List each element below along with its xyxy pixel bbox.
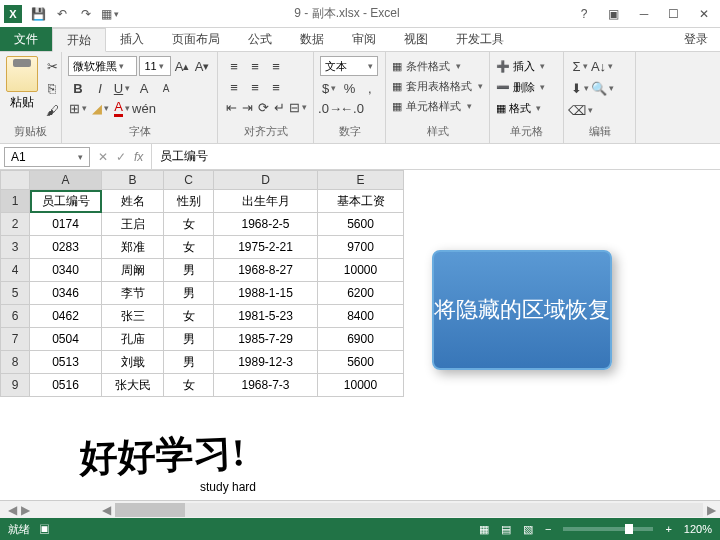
- format-as-table-button[interactable]: ▦ 套用表格格式▾: [392, 76, 483, 96]
- cell[interactable]: 10000: [318, 374, 404, 397]
- worksheet[interactable]: A B C D E 1员工编号姓名性别出生年月基本工资20174王启女1968-…: [0, 170, 720, 470]
- decrease-font-icon[interactable]: A▾: [193, 56, 211, 76]
- row-header[interactable]: 9: [0, 374, 30, 397]
- sheet-nav-prev-icon[interactable]: ◀: [8, 503, 17, 517]
- qat-customize-icon[interactable]: ▦▾: [102, 6, 118, 22]
- cell[interactable]: 张三: [102, 305, 164, 328]
- ribbon-options-icon[interactable]: ▣: [606, 6, 622, 22]
- cell[interactable]: 1968-2-5: [214, 213, 318, 236]
- tab-layout[interactable]: 页面布局: [158, 27, 234, 51]
- cell[interactable]: 男: [164, 282, 214, 305]
- tab-data[interactable]: 数据: [286, 27, 338, 51]
- phonetic-icon[interactable]: wén: [134, 98, 154, 118]
- sheet-nav-next-icon[interactable]: ▶: [21, 503, 30, 517]
- fx-icon[interactable]: fx: [134, 150, 143, 164]
- tab-file[interactable]: 文件: [0, 27, 52, 51]
- cell[interactable]: 女: [164, 236, 214, 259]
- view-normal-icon[interactable]: ▦: [479, 523, 489, 536]
- underline-button[interactable]: U▾: [112, 78, 132, 98]
- fill-color-button[interactable]: ◢▾: [90, 98, 110, 118]
- border-button[interactable]: ⊞▾: [68, 98, 88, 118]
- cell[interactable]: 周阚: [102, 259, 164, 282]
- cell[interactable]: 0174: [30, 213, 102, 236]
- cell[interactable]: 姓名: [102, 190, 164, 213]
- font-name-select[interactable]: 微软雅黑▾: [68, 56, 137, 76]
- align-bottom-icon[interactable]: ≡: [266, 56, 286, 76]
- row-header[interactable]: 4: [0, 259, 30, 282]
- cell[interactable]: 0504: [30, 328, 102, 351]
- sort-icon[interactable]: A↓▾: [592, 56, 612, 76]
- cell[interactable]: 郑准: [102, 236, 164, 259]
- row-header[interactable]: 3: [0, 236, 30, 259]
- row-header[interactable]: 1: [0, 190, 30, 213]
- cell[interactable]: 男: [164, 351, 214, 374]
- cell[interactable]: 0462: [30, 305, 102, 328]
- cell[interactable]: 8400: [318, 305, 404, 328]
- cell[interactable]: 0346: [30, 282, 102, 305]
- col-header-e[interactable]: E: [318, 170, 404, 190]
- cell[interactable]: 0516: [30, 374, 102, 397]
- zoom-out-icon[interactable]: −: [545, 523, 551, 535]
- delete-cells-button[interactable]: ➖ 删除▾: [496, 77, 557, 97]
- cell[interactable]: 1989-12-3: [214, 351, 318, 374]
- maximize-icon[interactable]: ☐: [666, 6, 682, 22]
- align-middle-icon[interactable]: ≡: [245, 56, 265, 76]
- tab-home[interactable]: 开始: [52, 28, 106, 52]
- tab-developer[interactable]: 开发工具: [442, 27, 518, 51]
- comma-icon[interactable]: ,: [361, 78, 379, 98]
- redo-icon[interactable]: ↷: [78, 6, 94, 22]
- row-header[interactable]: 2: [0, 213, 30, 236]
- cell[interactable]: 5600: [318, 213, 404, 236]
- merge-icon[interactable]: ⊟▾: [289, 97, 307, 117]
- cancel-formula-icon[interactable]: ✕: [98, 150, 108, 164]
- cell[interactable]: 女: [164, 305, 214, 328]
- font-size-select[interactable]: 11▾: [139, 56, 171, 76]
- horizontal-scrollbar[interactable]: ◀ ▶: [98, 501, 720, 518]
- view-page-layout-icon[interactable]: ▤: [501, 523, 511, 536]
- row-header[interactable]: 8: [0, 351, 30, 374]
- col-header-b[interactable]: B: [102, 170, 164, 190]
- cell[interactable]: 10000: [318, 259, 404, 282]
- bold-button[interactable]: B: [68, 78, 88, 98]
- format-cells-button[interactable]: ▦ 格式▾: [496, 98, 557, 118]
- number-format-select[interactable]: 文本▾: [320, 56, 378, 76]
- cell[interactable]: 6200: [318, 282, 404, 305]
- cell[interactable]: 刘戢: [102, 351, 164, 374]
- cell[interactable]: 李节: [102, 282, 164, 305]
- cell-styles-button[interactable]: ▦ 单元格样式▾: [392, 96, 483, 116]
- decrease-decimal-icon[interactable]: ←.0: [342, 98, 362, 118]
- increase-indent-icon[interactable]: ⇥: [240, 97, 254, 117]
- cell[interactable]: 1985-7-29: [214, 328, 318, 351]
- increase-font-icon[interactable]: A▴: [173, 56, 191, 76]
- fill-icon[interactable]: ⬇▾: [570, 78, 590, 98]
- cell[interactable]: 9700: [318, 236, 404, 259]
- find-icon[interactable]: 🔍▾: [592, 78, 612, 98]
- font-color-button[interactable]: A▾: [112, 98, 132, 118]
- cell[interactable]: 5600: [318, 351, 404, 374]
- clear-icon[interactable]: ⌫▾: [570, 100, 590, 120]
- insert-cells-button[interactable]: ➕ 插入▾: [496, 56, 557, 76]
- cell[interactable]: 0513: [30, 351, 102, 374]
- format-painter-icon[interactable]: 🖌: [42, 100, 62, 120]
- align-left-icon[interactable]: ≡: [224, 77, 244, 97]
- zoom-in-icon[interactable]: +: [665, 523, 671, 535]
- percent-icon[interactable]: %: [340, 78, 358, 98]
- conditional-format-button[interactable]: ▦ 条件格式▾: [392, 56, 483, 76]
- col-header-c[interactable]: C: [164, 170, 214, 190]
- cell[interactable]: 1975-2-21: [214, 236, 318, 259]
- cell[interactable]: 张大民: [102, 374, 164, 397]
- autosum-icon[interactable]: Σ▾: [570, 56, 590, 76]
- save-icon[interactable]: 💾: [30, 6, 46, 22]
- tab-insert[interactable]: 插入: [106, 27, 158, 51]
- increase-decimal-icon[interactable]: .0→: [320, 98, 340, 118]
- zoom-level[interactable]: 120%: [684, 523, 712, 535]
- wrap-text-icon[interactable]: ↵: [273, 97, 287, 117]
- name-box[interactable]: A1▾: [4, 147, 90, 167]
- currency-icon[interactable]: $▾: [320, 78, 338, 98]
- tab-view[interactable]: 视图: [390, 27, 442, 51]
- cell[interactable]: 0340: [30, 259, 102, 282]
- row-header[interactable]: 5: [0, 282, 30, 305]
- cell[interactable]: 性别: [164, 190, 214, 213]
- align-right-icon[interactable]: ≡: [266, 77, 286, 97]
- cell[interactable]: 王启: [102, 213, 164, 236]
